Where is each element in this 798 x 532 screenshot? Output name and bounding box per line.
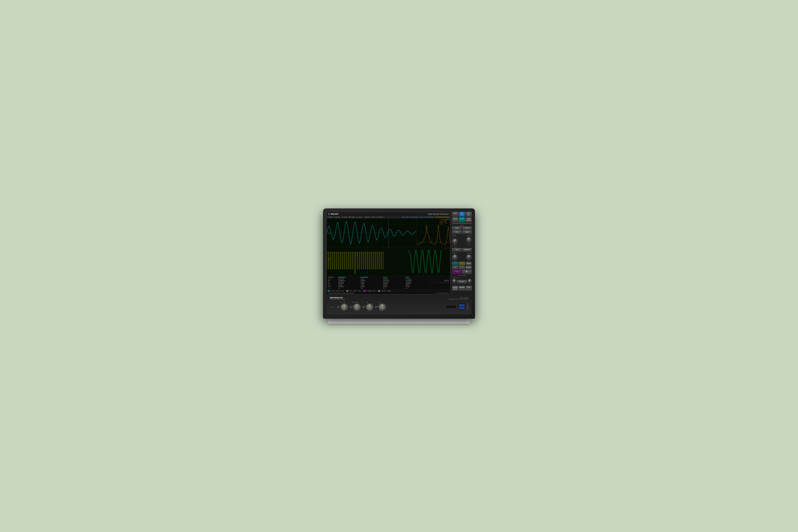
vert-scale-knob[interactable]: [452, 239, 458, 244]
pin: [365, 306, 366, 307]
ch3-connector-row: [362, 304, 373, 310]
btn-row-ch1234a: 1 2 Digital: [452, 262, 472, 265]
spo-text: SPO: [438, 279, 449, 282]
ch3-bnc[interactable]: [366, 304, 373, 310]
digital-button[interactable]: Digital: [466, 262, 472, 265]
search-button[interactable]: 🔍: [462, 270, 472, 274]
free-b-label: ▷ Free: [468, 283, 471, 284]
menu-analysis[interactable]: ⊕ Analysis: [377, 216, 383, 218]
horiz-pos-knob[interactable]: [466, 254, 472, 260]
normal-button[interactable]: Normal: [462, 227, 472, 230]
horiz-scale-knob[interactable]: [466, 237, 472, 242]
auto-button[interactable]: Auto: [452, 230, 462, 234]
sample-val: 200kpts: [338, 292, 342, 294]
ch4-bnc[interactable]: [379, 304, 386, 310]
storage-slots: [446, 305, 456, 308]
timebase-val: 1.00us/div: [333, 292, 338, 294]
model-name: SDS7404A H12: [330, 297, 345, 299]
menu-display[interactable]: ⊡ Display: [334, 216, 340, 218]
usb-panel: [458, 303, 466, 310]
vert-pos-knob[interactable]: [452, 254, 458, 260]
position-labels: Position Position: [452, 252, 472, 254]
ch3-detail: C3: [367, 311, 368, 312]
default-button[interactable]: Default: [459, 217, 465, 222]
ch1-label-front: 1 — X: [340, 302, 345, 303]
free-a-knob[interactable]: [452, 279, 456, 283]
save-button[interactable]: Save: [452, 212, 458, 217]
pin: [338, 307, 339, 308]
memory-button[interactable]: Memory: [466, 266, 472, 269]
menu-settings[interactable]: ⊟ SYSTEM SETTINGS: [435, 216, 449, 218]
menu-utility[interactable]: ⊞ Utility: [328, 216, 332, 218]
roll-button[interactable]: Roll: [452, 248, 462, 251]
ch4-label-front: 4: [379, 302, 381, 303]
ch3-button[interactable]: 3: [452, 266, 458, 269]
spo-badge-screen: SPO Super Phosphor Oscilloscope: [438, 279, 449, 283]
ch1-pin-row1: [337, 306, 340, 307]
usb-port-2[interactable]: [459, 307, 465, 309]
horiz-pos-group: ▷ Zero: [466, 254, 472, 261]
ch2-bnc-inner: [356, 305, 359, 308]
waveform-bottom: ⊡ ↕ ↔ ✕ C3▶ ▼: [327, 247, 450, 276]
single-button[interactable]: Single: [462, 230, 472, 234]
timescale-bar: Timebase 1.00us/div 200kpts Trigger 0.00…: [327, 292, 450, 294]
waveform-top-icons: ⊡ ↕ ↔ ✕ F1▼: [442, 219, 450, 220]
measure-button[interactable]: Measure: [462, 248, 472, 251]
menu-math[interactable]: ∫ Math: [372, 216, 375, 218]
ch3-label-front: 3: [367, 302, 369, 303]
horiz-scale-group: Scale ▷ Zoom: [466, 237, 472, 245]
menu-measure[interactable]: ⋮ Measure: [363, 216, 370, 218]
pin: [352, 306, 352, 307]
btn-row-setup: Setup Normal: [452, 227, 472, 230]
ch3b-badge: C3: [378, 290, 380, 292]
auto-setup-button[interactable]: AutoSetup: [459, 212, 465, 217]
ch2-connector-row: [350, 304, 360, 310]
math-button[interactable]: Math: [452, 270, 462, 274]
vertical-label: Vertical: [452, 235, 456, 236]
universal-knob-group: ▷ Free Cursors ▷ Free: [452, 279, 472, 284]
ch2-xy: — Y: [355, 302, 358, 303]
add-meas-btn2[interactable]: +: [435, 281, 437, 284]
touch-button[interactable]: Touch: [452, 217, 458, 222]
add-meas-btn1[interactable]: +: [430, 281, 431, 284]
menu-acquire[interactable]: ↗ Acquire: [341, 216, 347, 218]
menu-trigger[interactable]: ⚡ Trigger: [349, 216, 355, 218]
setup-button[interactable]: Setup: [452, 227, 462, 230]
display-persist-button[interactable]: DisplayPersist: [452, 286, 458, 291]
ch2-bnc[interactable]: [354, 304, 360, 310]
ch2-button[interactable]: 2: [459, 262, 465, 265]
ch4-button[interactable]: 4: [459, 266, 465, 269]
cursors-button[interactable]: Cursors: [457, 280, 467, 283]
pin: [363, 307, 364, 308]
sd-slot[interactable]: [446, 305, 456, 308]
pin: [375, 306, 376, 307]
navigate-button[interactable]: Navigate: [459, 286, 465, 291]
ch3-coupling: FULL: [349, 290, 352, 291]
vert-pos-group: ▷ Zero: [452, 254, 458, 261]
free-b-knob[interactable]: [468, 279, 472, 283]
menu-cursors[interactable]: | Cursors: [356, 216, 362, 218]
user-button[interactable]: User: [466, 286, 472, 291]
ch3-offset: 0.00V: [358, 290, 361, 291]
ch1-button[interactable]: 1: [452, 262, 458, 265]
pin: [376, 307, 377, 308]
usb-port-1[interactable]: [459, 304, 465, 306]
pin: [378, 306, 378, 307]
clear-sweeps-button[interactable]: ClearSweeps: [466, 217, 472, 222]
channel3-group: 3: [362, 302, 373, 312]
ch4-connector-row: [375, 304, 386, 310]
right-panel: Save AutoSetup RunStop Touch Default Cle…: [452, 212, 472, 294]
model-specs: 4 GHz | 20 GSa/s | 12-bit: [330, 299, 345, 300]
power-button[interactable]: [330, 304, 335, 309]
ch1-num: 1: [340, 302, 341, 303]
btn-row-touch: Touch Default ClearSweeps: [452, 217, 472, 222]
run-stop-button[interactable]: RunStop: [466, 212, 472, 217]
pin: [339, 306, 340, 307]
ch1-bnc[interactable]: [341, 304, 348, 310]
ch3-bnc-inner: [368, 305, 371, 308]
cursor-time-val: C1 DC: [436, 292, 439, 294]
ch1-coupling: DC 50Ω: [331, 290, 335, 291]
pin: [376, 306, 377, 307]
meas-col-min: Min(C3) -257.412mV-257.5613mV-259.294mV-…: [405, 277, 426, 289]
fft-panel: Gain: 205.998kHzGain: 103.074HzGain: 14.…: [416, 218, 450, 247]
